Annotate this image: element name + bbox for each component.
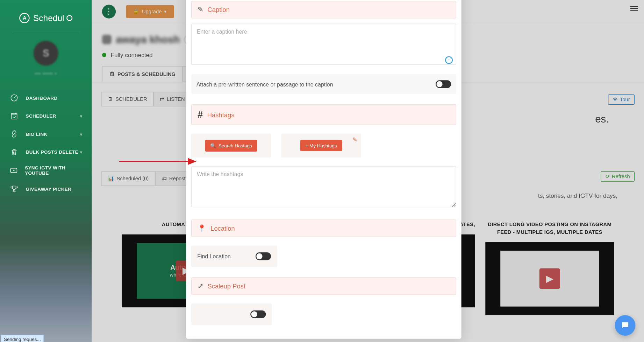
chevron-down-icon: ▾	[80, 132, 83, 136]
chevron-down-icon: ▾	[80, 149, 83, 154]
trash-icon	[9, 147, 19, 157]
edit-hashtags-icon[interactable]: ✎	[352, 136, 358, 143]
find-location-toggle[interactable]	[256, 252, 271, 260]
svg-rect-1	[11, 113, 17, 119]
location-section: 📍 Location Find Location	[191, 219, 456, 267]
attach-toggle[interactable]	[436, 80, 451, 88]
caption-header: ✎ Caption	[191, 1, 456, 18]
nav-bulk-delete[interactable]: BULK POSTS DELETE ▾	[0, 143, 92, 161]
my-hashtags-button[interactable]: + My Hashtags	[300, 140, 342, 151]
avatar[interactable]: S	[34, 41, 58, 66]
expand-icon: ⤢	[198, 282, 203, 290]
chevron-down-icon: ▾	[80, 113, 83, 118]
scaleup-title: Scaleup Post	[208, 282, 245, 290]
link-icon	[9, 129, 19, 139]
btn-label: + My Hashtags	[305, 143, 337, 148]
app-logo: A Schedul	[0, 0, 92, 32]
nav-label: BULK POSTS DELETE	[26, 149, 78, 155]
nav-giveaway[interactable]: GIVEAWAY PICKER	[0, 180, 92, 198]
emoji-button[interactable]	[445, 56, 453, 64]
location-header: 📍 Location	[191, 219, 456, 237]
hash-icon: #	[198, 109, 203, 120]
post-compose-modal: ✎ Caption Attach a pre-written sentence …	[186, 0, 461, 339]
scaleup-row	[191, 303, 272, 325]
nav-dashboard[interactable]: DASHBOARD	[0, 89, 92, 107]
divider	[12, 32, 80, 32]
nav-label: SYNC IGTV WITH YOUTUBE	[25, 165, 82, 175]
trophy-icon	[9, 184, 19, 194]
hashtags-section: # Hashtags 🔍 Search Hastags ✎ + My Hasht…	[191, 104, 456, 209]
nav-scheduler[interactable]: SCHEDULER ▾	[0, 107, 92, 125]
chat-fab[interactable]	[615, 315, 636, 336]
find-location-row: Find Location	[191, 246, 277, 267]
caption-title: Caption	[208, 6, 230, 13]
caption-section: ✎ Caption Attach a pre-written sentence …	[191, 1, 456, 94]
nav-label: DASHBOARD	[26, 95, 58, 100]
find-location-label: Find Location	[197, 253, 231, 259]
gauge-icon	[9, 93, 19, 103]
location-title: Location	[210, 224, 235, 232]
caption-input[interactable]	[191, 23, 456, 65]
pin-icon: 📍	[198, 224, 206, 232]
hashtags-header: # Hashtags	[191, 104, 456, 125]
scaleup-toggle[interactable]	[250, 310, 266, 318]
nav-label: BIO LINK	[26, 131, 48, 137]
search-hashtags-box: 🔍 Search Hastags	[191, 133, 271, 158]
user-name: ••• ••••• •	[0, 71, 92, 76]
search-icon: 🔍	[210, 143, 216, 148]
nav-sync-igtv[interactable]: SYNC IGTV WITH YOUTUBE	[0, 161, 92, 180]
edit-icon: ✎	[198, 6, 203, 14]
nav-biolink[interactable]: BIO LINK ▾	[0, 125, 92, 143]
sidebar: A Schedul S ••• ••••• • DASHBOARD SCHEDU…	[0, 0, 92, 342]
youtube-icon	[9, 166, 18, 175]
status-bar: Sending reques...	[1, 335, 44, 342]
nav-label: SCHEDULER	[26, 113, 56, 119]
hashtags-title: Hashtags	[207, 111, 235, 118]
btn-label: Search Hastags	[219, 143, 252, 148]
logo-ring-icon	[66, 15, 72, 21]
hashtag-buttons: 🔍 Search Hastags ✎ + My Hashtags	[191, 133, 456, 158]
scaleup-header: ⤢ Scaleup Post	[191, 277, 456, 295]
attach-label: Attach a pre-written sentence or passage…	[196, 81, 333, 87]
calendar-icon	[9, 111, 19, 121]
nav-label: GIVEAWAY PICKER	[26, 186, 72, 191]
scaleup-section: ⤢ Scaleup Post	[191, 277, 456, 325]
search-hashtags-button[interactable]: 🔍 Search Hastags	[205, 140, 257, 151]
my-hashtags-box: ✎ + My Hashtags	[281, 133, 361, 158]
logo-text: Schedul	[33, 13, 64, 23]
logo-icon: A	[20, 13, 30, 23]
attach-caption-row: Attach a pre-written sentence or passage…	[191, 74, 456, 94]
hashtags-input[interactable]	[191, 166, 456, 208]
